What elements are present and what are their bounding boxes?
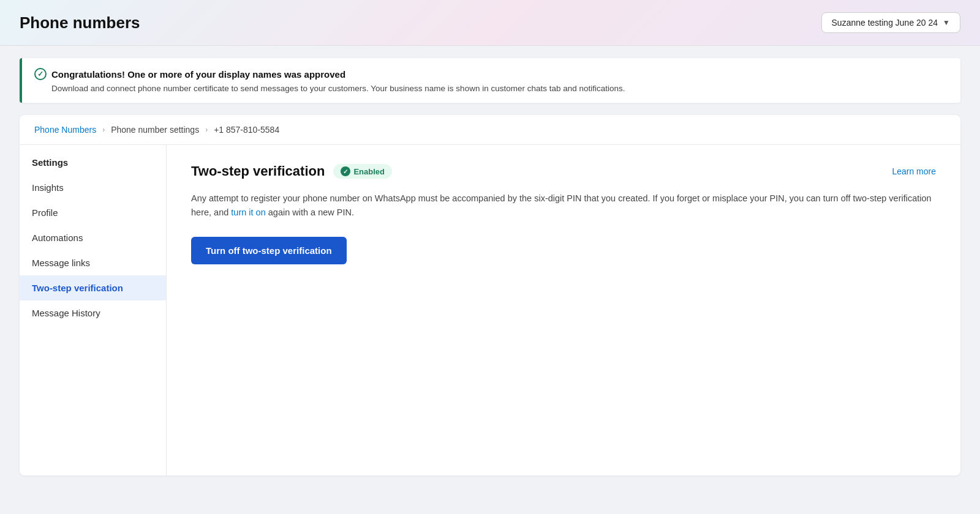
turn-off-verification-button[interactable]: Turn off two-step verification [191, 237, 347, 264]
sidebar-item-automations[interactable]: Automations [20, 225, 166, 250]
section-header: Two-step verification ✓ Enabled Learn mo… [191, 163, 936, 179]
notification-title-text: Congratulations! One or more of your dis… [51, 69, 345, 80]
sidebar-item-message-history[interactable]: Message History [20, 300, 166, 326]
notification-body: Download and connect phone number certif… [51, 84, 948, 93]
enabled-label: Enabled [353, 167, 385, 176]
sidebar-item-insights[interactable]: Insights [20, 175, 166, 200]
sidebar-item-profile[interactable]: Profile [20, 200, 166, 225]
enabled-dot-icon: ✓ [341, 166, 350, 176]
breadcrumb-separator-2: › [205, 125, 208, 134]
section-title: Two-step verification [191, 163, 325, 179]
settings-main: Two-step verification ✓ Enabled Learn mo… [167, 145, 960, 475]
main-content: Phone Numbers › Phone number settings › … [20, 115, 960, 475]
settings-layout: Settings Insights Profile Automations Me… [20, 145, 960, 475]
account-dropdown[interactable]: Suzanne testing June 20 24 ▼ [821, 12, 960, 33]
section-description: Any attempt to register your phone numbe… [191, 192, 936, 220]
enabled-badge: ✓ Enabled [333, 164, 392, 179]
learn-more-link[interactable]: Learn more [892, 166, 936, 176]
check-circle-icon: ✓ [34, 68, 47, 80]
section-title-group: Two-step verification ✓ Enabled [191, 163, 392, 179]
breadcrumb-phone-number: +1 857-810-5584 [214, 125, 279, 135]
breadcrumb-phone-numbers-link[interactable]: Phone Numbers [34, 125, 96, 135]
sidebar-item-two-step[interactable]: Two-step verification [20, 275, 166, 300]
notification-title: ✓ Congratulations! One or more of your d… [34, 68, 948, 80]
description-end: again with a new PIN. [266, 207, 354, 217]
turn-it-on-link[interactable]: turn it on [231, 207, 265, 217]
top-header: Phone numbers Suzanne testing June 20 24… [0, 0, 980, 46]
sidebar-item-message-links[interactable]: Message links [20, 250, 166, 275]
page-title: Phone numbers [20, 13, 140, 32]
breadcrumb: Phone Numbers › Phone number settings › … [20, 115, 960, 145]
notification-banner: ✓ Congratulations! One or more of your d… [20, 58, 960, 103]
account-label: Suzanne testing June 20 24 [832, 18, 938, 28]
breadcrumb-separator-1: › [102, 125, 105, 134]
sidebar-heading: Settings [20, 157, 166, 175]
chevron-down-icon: ▼ [943, 18, 950, 27]
breadcrumb-phone-number-settings: Phone number settings [111, 125, 199, 135]
settings-sidebar: Settings Insights Profile Automations Me… [20, 145, 167, 475]
